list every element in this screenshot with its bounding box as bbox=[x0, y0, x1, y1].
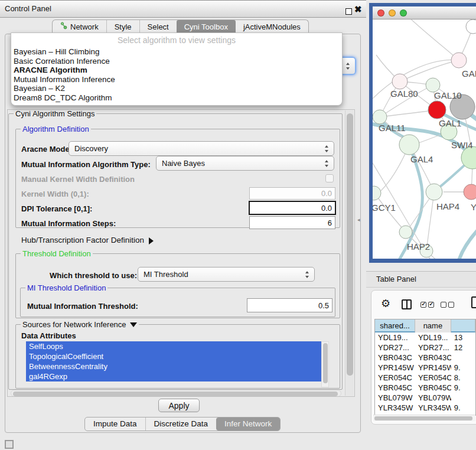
table-cell: YDL19... bbox=[415, 332, 451, 343]
network-node-gal[interactable] bbox=[451, 53, 467, 68]
column-header-name[interactable]: name bbox=[415, 319, 451, 332]
bottom-tabbar: Impute DataDiscretize DataInfer Network bbox=[84, 417, 281, 431]
algorithm-option-mutual-information-inference[interactable]: Mutual Information Inference bbox=[11, 75, 342, 84]
table-panel-title: Table Panel bbox=[376, 271, 416, 288]
dropdown-placeholder: Select algorithm to view settings bbox=[11, 33, 342, 47]
table-cell bbox=[451, 393, 475, 403]
node-label-hap2: HAP2 bbox=[407, 242, 430, 252]
columns-icon[interactable] bbox=[402, 299, 412, 309]
minimized-panel-icon[interactable] bbox=[5, 440, 14, 449]
unchecked-box-icon bbox=[448, 302, 454, 308]
algorithm-dropdown-list: Select algorithm to view settings Bayesi… bbox=[11, 32, 343, 106]
node-label-gal10: GAL10 bbox=[434, 90, 462, 100]
unchecked-box-icon bbox=[441, 302, 446, 308]
table-row-ybr045c[interactable]: YBR045CYBR045C9. bbox=[375, 383, 475, 393]
table-row-yer054c[interactable]: YER054CYER054C8. bbox=[375, 373, 475, 383]
node-label-hap4: HAP4 bbox=[436, 201, 459, 211]
document-icon[interactable] bbox=[471, 296, 476, 308]
checked-pair-icon[interactable] bbox=[420, 302, 434, 308]
app-screen: Control Panel ✖ NetworkStyleSelectCyni T… bbox=[0, 0, 476, 450]
node-table[interactable]: shared...name YDL19...YDL19...13YDR27...… bbox=[374, 319, 476, 416]
dropdown-items: Bayesian – Hill ClimbingBasic Correlatio… bbox=[11, 47, 342, 102]
tab-discretize-data[interactable]: Discretize Data bbox=[145, 418, 217, 431]
table-cell: YDL19... bbox=[375, 332, 415, 343]
close-traffic-light-icon[interactable] bbox=[377, 9, 384, 17]
network-node-gcy1[interactable] bbox=[373, 186, 381, 200]
apply-button[interactable]: Apply bbox=[158, 399, 200, 412]
table-cell: YDR27... bbox=[375, 343, 415, 353]
network-node-gal11[interactable] bbox=[373, 110, 387, 124]
table-cell: 9. bbox=[451, 403, 475, 413]
table-cell: 9. bbox=[451, 363, 475, 373]
algorithm-option-dream8-dc-tdc-algorithm[interactable]: Dream8 DC_TDC Algorithm bbox=[11, 93, 342, 103]
table-cell: YBR043C bbox=[415, 353, 451, 363]
network-node-gal4[interactable] bbox=[399, 135, 419, 155]
network-node-gal80[interactable] bbox=[392, 74, 407, 89]
table-cell: YBL079W bbox=[375, 393, 415, 403]
float-window-icon[interactable] bbox=[345, 8, 352, 15]
network-window-titlebar[interactable] bbox=[373, 6, 476, 19]
table-horizontal-scrollbar[interactable] bbox=[373, 415, 475, 421]
algorithm-option-bayesian-k2[interactable]: Bayesian – K2 bbox=[11, 84, 342, 93]
table-cell: YLR345W bbox=[375, 403, 415, 413]
checked-box-icon bbox=[420, 302, 426, 308]
network-edge bbox=[408, 19, 459, 60]
gear-icon[interactable]: ⚙ bbox=[381, 297, 390, 310]
network-canvas[interactable]: GALGAL80GAL10GAL1GAL11SWI4GAL4GCY1HAP4YH… bbox=[373, 19, 476, 259]
settings-scrollpane bbox=[7, 109, 355, 397]
unchecked-pair-icon[interactable] bbox=[441, 302, 454, 308]
table-row-ydl19[interactable]: YDL19...YDL19...13 bbox=[375, 332, 475, 343]
network-node[interactable] bbox=[466, 19, 476, 34]
close-icon[interactable]: ✖ bbox=[354, 4, 362, 15]
node-label-y: Y bbox=[471, 202, 476, 212]
split-divider-arrow-icon[interactable]: ◂ bbox=[357, 217, 360, 223]
table-cell: 8. bbox=[451, 373, 475, 383]
table-body: YDL19...YDL19...13YDR27...YDR27...12YBR0… bbox=[375, 332, 475, 416]
table-row-ypr145w[interactable]: YPR145WYPR145W9. bbox=[375, 363, 475, 373]
node-label-gal: GAL bbox=[462, 69, 476, 79]
table-header-row: shared...name bbox=[375, 319, 475, 332]
table-cell: YER054C bbox=[375, 373, 415, 383]
network-graph: GALGAL80GAL10GAL1GAL11SWI4GAL4GCY1HAP4YH… bbox=[373, 19, 476, 259]
table-cell: YLR345W bbox=[415, 403, 451, 413]
node-label-gal80: GAL80 bbox=[390, 89, 418, 99]
network-view-window: GALGAL80GAL10GAL1GAL11SWI4GAL4GCY1HAP4YH… bbox=[369, 3, 476, 263]
table-cell: YBR045C bbox=[375, 383, 415, 393]
table-row-ydr27[interactable]: YDR27...YDR27...12 bbox=[375, 343, 475, 353]
network-node-y[interactable] bbox=[464, 184, 476, 200]
control-panel-title: Control Panel bbox=[5, 0, 51, 18]
column-header-2[interactable] bbox=[451, 319, 475, 332]
table-cell bbox=[451, 353, 475, 363]
table-cell: 13 bbox=[451, 332, 475, 343]
zoom-traffic-light-icon[interactable] bbox=[400, 9, 407, 17]
algorithm-option-basic-correlation-inference[interactable]: Basic Correlation Inference bbox=[11, 57, 342, 66]
node-label-gal4: GAL4 bbox=[410, 154, 433, 164]
node-label-gcy1: GCY1 bbox=[373, 203, 396, 213]
table-row-ylr345w[interactable]: YLR345WYLR345W9. bbox=[375, 403, 475, 413]
column-header-shared[interactable]: shared... bbox=[375, 319, 415, 332]
table-cell: YPR145W bbox=[415, 363, 451, 373]
network-node-hap2[interactable] bbox=[399, 226, 412, 239]
table-cell: YDR27... bbox=[415, 343, 451, 353]
table-row-ybr043c[interactable]: YBR043CYBR043C bbox=[375, 353, 475, 363]
network-node-hap4[interactable] bbox=[426, 184, 442, 200]
table-cell: YER054C bbox=[415, 373, 451, 383]
checked-box-icon bbox=[428, 302, 434, 308]
table-cell: 12 bbox=[451, 343, 475, 353]
tab-impute-data[interactable]: Impute Data bbox=[85, 418, 145, 431]
network-edge bbox=[376, 195, 406, 232]
network-edge-thick bbox=[458, 226, 476, 259]
table-cell: YBR045C bbox=[415, 383, 451, 393]
minimize-traffic-light-icon[interactable] bbox=[389, 9, 396, 17]
combo-arrows-icon bbox=[345, 63, 351, 70]
algorithm-option-aracne-algorithm[interactable]: ARACNE Algorithm bbox=[11, 66, 342, 75]
tab-infer-network[interactable]: Infer Network bbox=[216, 418, 280, 431]
algorithm-option-bayesian-hill-climbing[interactable]: Bayesian – Hill Climbing bbox=[11, 47, 342, 57]
node-label-gal11: GAL11 bbox=[379, 123, 406, 133]
table-row-ybl079w[interactable]: YBL079WYBL079W bbox=[375, 393, 475, 403]
node-label-swi4: SWI4 bbox=[451, 140, 473, 150]
node-label-gal1: GAL1 bbox=[439, 118, 461, 128]
table-cell: YBL079W bbox=[415, 393, 451, 403]
network-node-gal1[interactable] bbox=[428, 101, 446, 119]
scrollbar-thumb[interactable] bbox=[374, 416, 472, 420]
